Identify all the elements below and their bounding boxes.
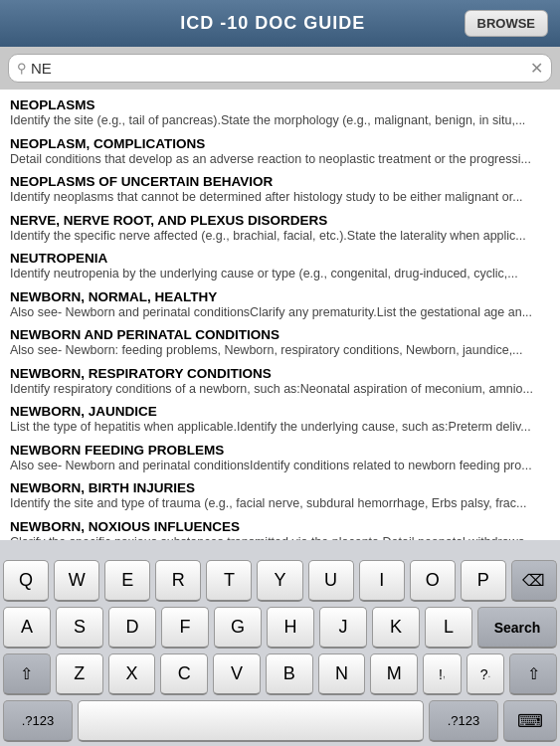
search-bar: ⚲ ✕ (0, 47, 560, 90)
search-icon: ⚲ (17, 61, 27, 76)
result-item[interactable]: NEWBORN, NOXIOUS INFLUENCESClarify the s… (10, 519, 550, 541)
app-header: ICD -10 DOC GUIDE BROWSE (0, 0, 560, 47)
key-m[interactable]: M (370, 653, 418, 695)
shift-key-right[interactable]: ⇧ (509, 653, 557, 695)
result-title: NEWBORN, RESPIRATORY CONDITIONS (10, 366, 550, 381)
key-b[interactable]: B (266, 653, 313, 695)
spacer (0, 540, 560, 556)
search-key[interactable]: Search (477, 607, 557, 649)
key-d[interactable]: D (108, 607, 156, 649)
search-input[interactable] (31, 60, 526, 77)
result-item[interactable]: NEUTROPENIAIdentify neutropenia by the u… (10, 251, 550, 283)
result-item[interactable]: NEOPLASMSIdentify the site (e.g., tail o… (10, 97, 550, 130)
key-p[interactable]: P (461, 560, 506, 602)
keyboard: Q W E R T Y U I O P ⌫ A S D F G H J K L … (0, 556, 560, 746)
result-item[interactable]: NEWBORN, RESPIRATORY CONDITIONSIdentify … (10, 366, 550, 399)
result-title: NEWBORN, NORMAL, HEALTHY (10, 289, 550, 304)
result-desc: Also see- Newborn and perinatal conditio… (10, 458, 550, 475)
key-r[interactable]: R (155, 560, 201, 602)
key-l[interactable]: L (425, 607, 472, 649)
key-y[interactable]: Y (257, 560, 302, 602)
key-i[interactable]: I (359, 560, 405, 602)
result-item[interactable]: NEWBORN AND PERINATAL CONDITIONSAlso see… (10, 327, 550, 360)
globe-key[interactable]: ⌨ (503, 700, 557, 742)
result-title: NEWBORN, BIRTH INJURIES (10, 480, 550, 495)
result-item[interactable]: NERVE, NERVE ROOT, AND PLEXUS DISORDERSI… (10, 213, 550, 246)
keyboard-row-2: A S D F G H J K L Search (3, 607, 557, 649)
key-a[interactable]: A (3, 607, 51, 649)
result-item[interactable]: NEWBORN, BIRTH INJURIESIdentify the site… (10, 480, 550, 513)
result-item[interactable]: NEOPLASM, COMPLICATIONSDetail conditions… (10, 136, 550, 169)
key-f[interactable]: F (161, 607, 209, 649)
result-title: NEUTROPENIA (10, 251, 550, 266)
key-s[interactable]: S (56, 607, 103, 649)
result-desc: Identify the specific nerve affected (e.… (10, 228, 550, 246)
result-title: NERVE, NERVE ROOT, AND PLEXUS DISORDERS (10, 213, 550, 228)
result-item[interactable]: NEWBORN, JAUNDICEList the type of hepati… (10, 404, 550, 437)
result-title: NEOPLASMS OF UNCERTAIN BEHAVIOR (10, 174, 550, 189)
key-j[interactable]: J (319, 607, 367, 649)
result-desc: Detail conditions that develop as an adv… (10, 151, 550, 169)
result-desc: Identify neutropenia by the underlying c… (10, 266, 550, 283)
result-item[interactable]: NEWBORN, NORMAL, HEALTHYAlso see- Newbor… (10, 289, 550, 322)
result-item[interactable]: NEOPLASMS OF UNCERTAIN BEHAVIORIdentify … (10, 174, 550, 207)
key-g[interactable]: G (214, 607, 262, 649)
result-title: NEWBORN, NOXIOUS INFLUENCES (10, 519, 550, 534)
key-n[interactable]: N (318, 653, 366, 695)
result-desc: Identify neoplasms that cannot be determ… (10, 189, 550, 207)
key-c[interactable]: C (160, 653, 208, 695)
result-desc: Identify the site and type of trauma (e.… (10, 495, 550, 513)
key-z[interactable]: Z (56, 653, 103, 695)
key-exclaim[interactable]: !, (423, 653, 462, 695)
key-v[interactable]: V (213, 653, 261, 695)
key-u[interactable]: U (308, 560, 354, 602)
space-key[interactable] (78, 700, 424, 742)
key-k[interactable]: K (372, 607, 420, 649)
result-title: NEWBORN AND PERINATAL CONDITIONS (10, 327, 550, 342)
key-e[interactable]: E (104, 560, 150, 602)
key-question[interactable]: ?. (467, 653, 505, 695)
shift-key[interactable]: ⇧ (3, 653, 51, 695)
num-key-right[interactable]: .?123 (429, 700, 498, 742)
result-title: NEWBORN FEEDING PROBLEMS (10, 443, 550, 458)
key-t[interactable]: T (206, 560, 252, 602)
result-desc: Identify the site (e.g., tail of pancrea… (10, 112, 550, 130)
backspace-key[interactable]: ⌫ (511, 560, 557, 602)
keyboard-row-4: .?123 .?123 ⌨ (3, 700, 557, 742)
key-h[interactable]: H (267, 607, 314, 649)
result-title: NEWBORN, JAUNDICE (10, 404, 550, 419)
num-key-left[interactable]: .?123 (3, 700, 73, 742)
search-clear-icon[interactable]: ✕ (530, 59, 543, 78)
key-w[interactable]: W (54, 560, 99, 602)
result-desc: Also see- Newborn and perinatal conditio… (10, 304, 550, 322)
key-q[interactable]: Q (3, 560, 49, 602)
result-item[interactable]: NEWBORN FEEDING PROBLEMSAlso see- Newbor… (10, 443, 550, 475)
result-desc: List the type of hepatitis when applicab… (10, 419, 550, 437)
key-x[interactable]: X (108, 653, 156, 695)
key-o[interactable]: O (410, 560, 456, 602)
keyboard-row-1: Q W E R T Y U I O P ⌫ (3, 560, 557, 602)
browse-button[interactable]: BROWSE (465, 10, 549, 37)
result-desc: Identify respiratory conditions of a new… (10, 381, 550, 399)
result-desc: Also see- Newborn: feeding problems, New… (10, 342, 550, 360)
search-input-wrapper[interactable]: ⚲ ✕ (8, 54, 552, 83)
app-title: ICD -10 DOC GUIDE (82, 13, 465, 34)
results-list: NEOPLASMSIdentify the site (e.g., tail o… (0, 90, 560, 540)
result-title: NEOPLASMS (10, 97, 550, 112)
result-title: NEOPLASM, COMPLICATIONS (10, 136, 550, 151)
keyboard-row-3: ⇧ Z X C V B N M !, ?. ⇧ (3, 653, 557, 695)
